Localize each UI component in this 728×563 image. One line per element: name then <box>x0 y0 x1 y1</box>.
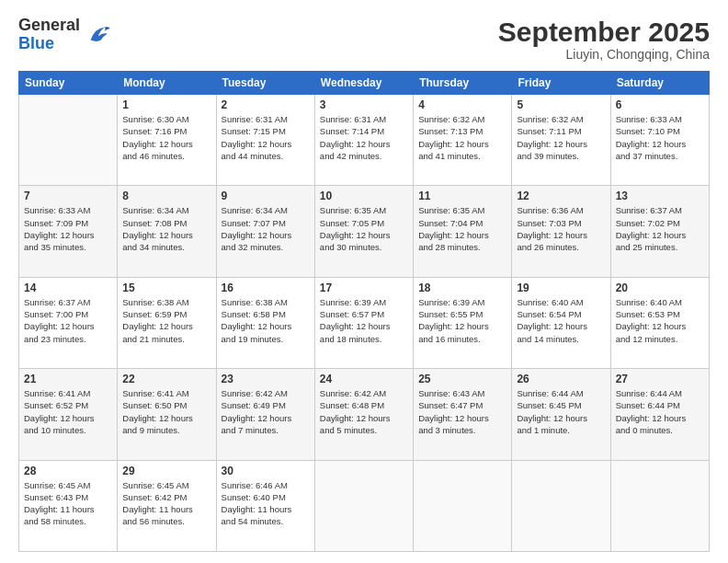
calendar-cell: 2Sunrise: 6:31 AM Sunset: 7:15 PM Daylig… <box>216 95 314 186</box>
calendar-cell <box>610 460 709 551</box>
day-number: 8 <box>122 190 210 202</box>
day-content: Sunrise: 6:38 AM Sunset: 6:59 PM Dayligh… <box>122 296 210 345</box>
logo-blue: Blue <box>18 35 80 53</box>
day-number: 23 <box>222 373 310 385</box>
day-number: 3 <box>320 98 408 111</box>
day-number: 10 <box>320 190 408 202</box>
day-content: Sunrise: 6:44 AM Sunset: 6:44 PM Dayligh… <box>616 387 704 436</box>
column-header-tuesday: Tuesday <box>216 72 314 95</box>
calendar-cell <box>512 460 610 551</box>
day-content: Sunrise: 6:44 AM Sunset: 6:45 PM Dayligh… <box>517 387 605 436</box>
calendar-cell: 21Sunrise: 6:41 AM Sunset: 6:52 PM Dayli… <box>19 369 118 460</box>
day-content: Sunrise: 6:39 AM Sunset: 6:57 PM Dayligh… <box>320 296 408 345</box>
day-content: Sunrise: 6:30 AM Sunset: 7:16 PM Dayligh… <box>122 113 210 162</box>
day-content: Sunrise: 6:31 AM Sunset: 7:15 PM Dayligh… <box>222 113 310 162</box>
calendar-cell: 11Sunrise: 6:35 AM Sunset: 7:04 PM Dayli… <box>414 186 512 277</box>
day-content: Sunrise: 6:32 AM Sunset: 7:11 PM Dayligh… <box>517 113 605 162</box>
day-content: Sunrise: 6:37 AM Sunset: 7:02 PM Dayligh… <box>616 204 704 253</box>
calendar-cell: 16Sunrise: 6:38 AM Sunset: 6:58 PM Dayli… <box>216 277 314 368</box>
calendar-cell: 15Sunrise: 6:38 AM Sunset: 6:59 PM Dayli… <box>118 277 216 368</box>
day-content: Sunrise: 6:46 AM Sunset: 6:40 PM Dayligh… <box>222 479 310 528</box>
column-header-friday: Friday <box>512 72 610 95</box>
calendar-cell: 26Sunrise: 6:44 AM Sunset: 6:45 PM Dayli… <box>512 369 610 460</box>
calendar-cell: 14Sunrise: 6:37 AM Sunset: 7:00 PM Dayli… <box>19 277 118 368</box>
calendar-cell: 8Sunrise: 6:34 AM Sunset: 7:08 PM Daylig… <box>118 186 216 277</box>
calendar-cell: 5Sunrise: 6:32 AM Sunset: 7:11 PM Daylig… <box>512 95 610 186</box>
calendar-cell: 24Sunrise: 6:42 AM Sunset: 6:48 PM Dayli… <box>314 369 413 460</box>
calendar-cell: 10Sunrise: 6:35 AM Sunset: 7:05 PM Dayli… <box>314 186 413 277</box>
column-header-thursday: Thursday <box>414 72 512 95</box>
calendar-week-row: 21Sunrise: 6:41 AM Sunset: 6:52 PM Dayli… <box>19 369 710 460</box>
day-number: 14 <box>24 282 112 294</box>
calendar-cell: 22Sunrise: 6:41 AM Sunset: 6:50 PM Dayli… <box>118 369 216 460</box>
day-content: Sunrise: 6:45 AM Sunset: 6:43 PM Dayligh… <box>24 479 112 528</box>
day-number: 27 <box>616 373 704 385</box>
day-number: 7 <box>24 190 112 202</box>
column-header-saturday: Saturday <box>610 72 709 95</box>
calendar-cell: 6Sunrise: 6:33 AM Sunset: 7:10 PM Daylig… <box>610 95 709 186</box>
day-content: Sunrise: 6:31 AM Sunset: 7:14 PM Dayligh… <box>320 113 408 162</box>
calendar-week-row: 28Sunrise: 6:45 AM Sunset: 6:43 PM Dayli… <box>19 460 710 551</box>
calendar-cell: 7Sunrise: 6:33 AM Sunset: 7:09 PM Daylig… <box>19 186 118 277</box>
title-block: September 2025 Liuyin, Chongqing, China <box>498 17 710 62</box>
day-content: Sunrise: 6:43 AM Sunset: 6:47 PM Dayligh… <box>418 387 506 436</box>
calendar-cell: 25Sunrise: 6:43 AM Sunset: 6:47 PM Dayli… <box>414 369 512 460</box>
day-content: Sunrise: 6:35 AM Sunset: 7:04 PM Dayligh… <box>418 204 506 253</box>
column-header-sunday: Sunday <box>19 72 118 95</box>
day-content: Sunrise: 6:41 AM Sunset: 6:50 PM Dayligh… <box>122 387 210 436</box>
day-number: 9 <box>222 190 310 202</box>
day-content: Sunrise: 6:32 AM Sunset: 7:13 PM Dayligh… <box>418 113 506 162</box>
calendar-cell: 28Sunrise: 6:45 AM Sunset: 6:43 PM Dayli… <box>19 460 118 551</box>
day-number: 20 <box>616 282 704 294</box>
calendar-cell: 13Sunrise: 6:37 AM Sunset: 7:02 PM Dayli… <box>610 186 709 277</box>
day-number: 4 <box>418 98 506 111</box>
day-number: 30 <box>222 465 310 477</box>
calendar-cell: 9Sunrise: 6:34 AM Sunset: 7:07 PM Daylig… <box>216 186 314 277</box>
calendar-cell: 1Sunrise: 6:30 AM Sunset: 7:16 PM Daylig… <box>118 95 216 186</box>
calendar-cell: 3Sunrise: 6:31 AM Sunset: 7:14 PM Daylig… <box>314 95 413 186</box>
day-content: Sunrise: 6:33 AM Sunset: 7:09 PM Dayligh… <box>24 204 112 253</box>
calendar-week-row: 7Sunrise: 6:33 AM Sunset: 7:09 PM Daylig… <box>19 186 710 277</box>
day-content: Sunrise: 6:34 AM Sunset: 7:07 PM Dayligh… <box>222 204 310 253</box>
calendar-cell: 12Sunrise: 6:36 AM Sunset: 7:03 PM Dayli… <box>512 186 610 277</box>
calendar-cell <box>19 95 118 186</box>
day-content: Sunrise: 6:40 AM Sunset: 6:53 PM Dayligh… <box>616 296 704 345</box>
day-content: Sunrise: 6:45 AM Sunset: 6:42 PM Dayligh… <box>122 479 210 528</box>
day-content: Sunrise: 6:35 AM Sunset: 7:05 PM Dayligh… <box>320 204 408 253</box>
day-number: 21 <box>24 373 112 385</box>
calendar-cell: 23Sunrise: 6:42 AM Sunset: 6:49 PM Dayli… <box>216 369 314 460</box>
calendar-table: SundayMondayTuesdayWednesdayThursdayFrid… <box>18 71 710 552</box>
day-number: 12 <box>517 190 605 202</box>
subtitle: Liuyin, Chongqing, China <box>498 47 710 62</box>
day-number: 5 <box>517 98 605 111</box>
day-content: Sunrise: 6:39 AM Sunset: 6:55 PM Dayligh… <box>418 296 506 345</box>
calendar-cell: 4Sunrise: 6:32 AM Sunset: 7:13 PM Daylig… <box>414 95 512 186</box>
calendar-week-row: 14Sunrise: 6:37 AM Sunset: 7:00 PM Dayli… <box>19 277 710 368</box>
calendar-cell: 20Sunrise: 6:40 AM Sunset: 6:53 PM Dayli… <box>610 277 709 368</box>
day-content: Sunrise: 6:41 AM Sunset: 6:52 PM Dayligh… <box>24 387 112 436</box>
day-number: 2 <box>222 98 310 111</box>
day-content: Sunrise: 6:36 AM Sunset: 7:03 PM Dayligh… <box>517 204 605 253</box>
day-number: 22 <box>122 373 210 385</box>
calendar-cell <box>414 460 512 551</box>
day-number: 17 <box>320 282 408 294</box>
day-number: 6 <box>616 98 704 111</box>
day-content: Sunrise: 6:33 AM Sunset: 7:10 PM Dayligh… <box>616 113 704 162</box>
calendar-cell: 30Sunrise: 6:46 AM Sunset: 6:40 PM Dayli… <box>216 460 314 551</box>
day-content: Sunrise: 6:38 AM Sunset: 6:58 PM Dayligh… <box>222 296 310 345</box>
day-number: 18 <box>418 282 506 294</box>
logo-bird-icon <box>85 22 111 48</box>
day-content: Sunrise: 6:34 AM Sunset: 7:08 PM Dayligh… <box>122 204 210 253</box>
calendar-cell: 17Sunrise: 6:39 AM Sunset: 6:57 PM Dayli… <box>314 277 413 368</box>
day-number: 26 <box>517 373 605 385</box>
day-content: Sunrise: 6:37 AM Sunset: 7:00 PM Dayligh… <box>24 296 112 345</box>
column-header-monday: Monday <box>118 72 216 95</box>
calendar-cell: 27Sunrise: 6:44 AM Sunset: 6:44 PM Dayli… <box>610 369 709 460</box>
day-content: Sunrise: 6:40 AM Sunset: 6:54 PM Dayligh… <box>517 296 605 345</box>
main-title: September 2025 <box>498 17 710 47</box>
day-number: 11 <box>418 190 506 202</box>
day-number: 15 <box>122 282 210 294</box>
day-number: 16 <box>222 282 310 294</box>
calendar-cell: 19Sunrise: 6:40 AM Sunset: 6:54 PM Dayli… <box>512 277 610 368</box>
page-header: General Blue September 2025 Liuyin, Chon… <box>18 17 710 62</box>
